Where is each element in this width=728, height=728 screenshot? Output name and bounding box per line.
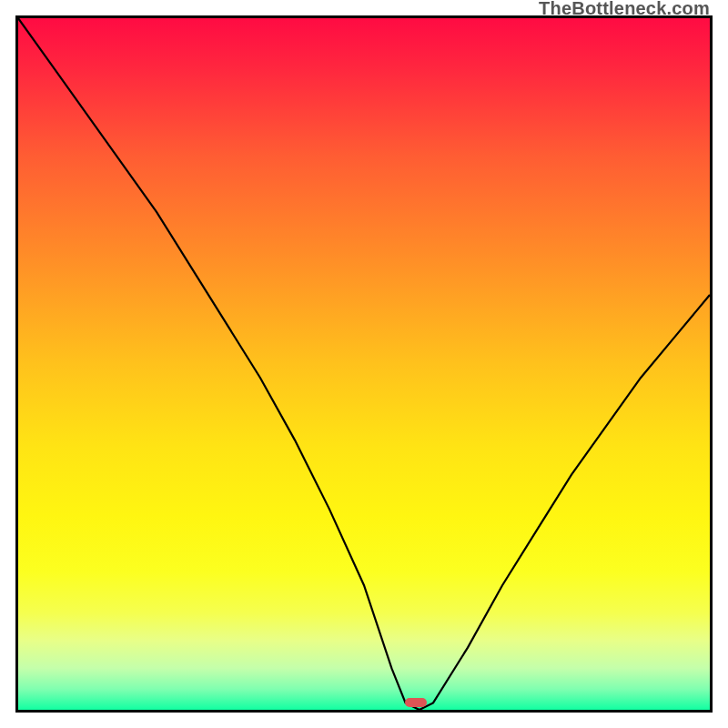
curve-path <box>18 18 710 710</box>
bottleneck-curve <box>18 18 710 710</box>
chart-frame: TheBottleneck.com <box>0 0 728 728</box>
optimal-point-marker <box>405 698 427 707</box>
plot-area <box>15 15 713 713</box>
